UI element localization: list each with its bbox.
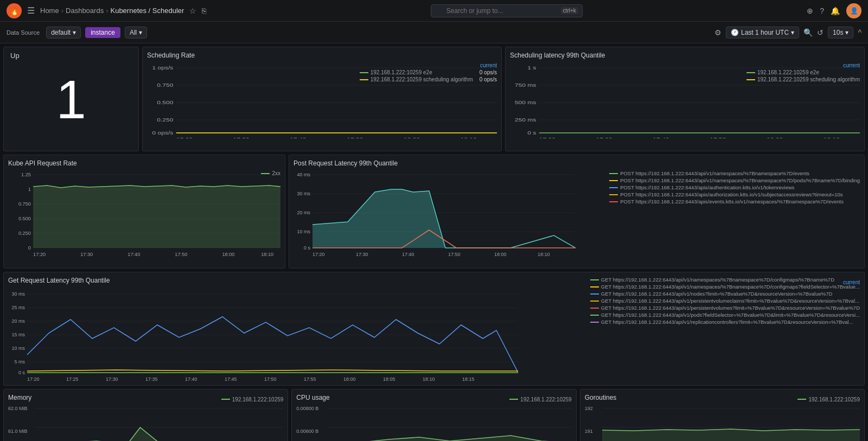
svg-text:0 s: 0 s xyxy=(304,245,311,251)
get-line-6 xyxy=(590,322,599,323)
cpu-panel: CPU usage 192.168.1.222:10259 0.00800 B … xyxy=(291,389,576,441)
zoom-out-icon[interactable]: 🔍 xyxy=(803,28,813,37)
scheduling-rate-legend-item-0: 192.168.1.222:10259 e2e 0 ops/s xyxy=(360,69,497,75)
post-request-chart: 40 ms 30 ms 20 ms 10 ms 0 s 17:20 17:30 … xyxy=(293,170,576,260)
svg-text:18:05: 18:05 xyxy=(383,376,395,382)
svg-text:18:10: 18:10 xyxy=(261,252,273,257)
latency-label-0: 192.168.1.222:10259 e2e xyxy=(757,69,819,75)
get-label-4: GET https://192.168.1.222:6443/api/v1/pe… xyxy=(601,305,860,311)
svg-text:17:50: 17:50 xyxy=(448,252,461,257)
search-container: 🔍 ctrl+k xyxy=(431,4,583,17)
get-legend-6: GET https://192.168.1.222:6443/api/v1/re… xyxy=(590,319,860,325)
svg-text:17:40: 17:40 xyxy=(185,376,197,382)
svg-text:17:30: 17:30 xyxy=(356,252,368,257)
latency-line-0 xyxy=(746,72,755,73)
breadcrumb-home[interactable]: Home xyxy=(40,7,59,15)
scheduling-rate-legend: current 192.168.1.222:10259 e2e 0 ops/s … xyxy=(360,62,497,82)
instance-tab[interactable]: instance xyxy=(85,27,120,38)
svg-text:10 ms: 10 ms xyxy=(11,346,25,351)
get-legend-3: GET https://192.168.1.222:6443/api/v1/pe… xyxy=(590,298,860,304)
time-range-chevron: ▾ xyxy=(791,29,794,36)
goroutines-panel: Goroutines 192.168.1.222:10259 192 191 xyxy=(580,389,865,441)
memory-chart xyxy=(34,406,284,441)
svg-text:17:20: 17:20 xyxy=(33,252,46,257)
svg-text:1 ops/s: 1 ops/s xyxy=(152,65,173,71)
refresh-rate-picker[interactable]: 10s ▾ xyxy=(828,27,853,39)
post-legend-4: POST https://192.168.1.222:6443/apis/eve… xyxy=(609,199,860,204)
post-line-3 xyxy=(609,194,618,195)
get-label-1: GET https://192.168.1.222:6443/api/v1/na… xyxy=(601,284,860,290)
legend-label-1: 192.168.1.222:10259 scheduling algorithm xyxy=(371,76,473,82)
breadcrumb: Home › Dashboards › Kubernetes / Schedul… xyxy=(40,7,184,15)
row2: Kube API Request Rate 2xx 1.25 1 xyxy=(3,155,865,269)
instance-all-value: All xyxy=(130,29,137,36)
get-request-title: Get Request Latency 99th Quantile xyxy=(8,277,110,284)
get-request-chart: 30 ms 25 ms 20 ms 15 ms 10 ms 5 ms 0 s 1… xyxy=(8,290,518,385)
svg-text:18:10: 18:10 xyxy=(423,376,435,382)
post-legend-3: POST https://192.168.1.222:6443/apis/aut… xyxy=(609,191,860,197)
help-icon[interactable]: ? xyxy=(820,7,824,15)
svg-text:0.500: 0.500 xyxy=(18,216,31,221)
svg-text:18:00: 18:00 xyxy=(404,137,420,138)
cpu-chart xyxy=(328,406,572,441)
row1: Up 1 Scheduling Rate current 192.168.1.2… xyxy=(3,47,865,151)
datasource-dropdown[interactable]: default ▾ xyxy=(46,27,81,39)
get-line-3 xyxy=(590,301,599,302)
get-legend-4: GET https://192.168.1.222:6443/api/v1/pe… xyxy=(590,305,860,311)
svg-text:0 ops/s: 0 ops/s xyxy=(152,130,173,136)
svg-marker-97 xyxy=(34,427,284,441)
mem-y-0: 62.0 MiB xyxy=(8,406,32,411)
post-line-1 xyxy=(609,180,618,181)
collapse-icon[interactable]: ^ xyxy=(858,28,861,37)
svg-text:17:40: 17:40 xyxy=(290,137,306,138)
get-label-0: GET https://192.168.1.222:6443/api/v1/na… xyxy=(601,277,834,283)
search-input[interactable] xyxy=(431,4,583,17)
time-range-picker[interactable]: 🕐 Last 1 hour UTC ▾ xyxy=(726,27,799,39)
star-icon[interactable]: ☆ xyxy=(189,7,196,15)
svg-text:17:25: 17:25 xyxy=(66,376,79,382)
post-line-0 xyxy=(609,173,618,174)
post-label-2: POST https://192.168.1.222:6443/apis/aut… xyxy=(620,184,794,190)
breadcrumb-dashboards[interactable]: Dashboards xyxy=(66,7,104,15)
up-value: 1 xyxy=(56,72,86,126)
navbar-right: ⚙ 🕐 Last 1 hour UTC ▾ 🔍 ↺ 10s ▾ ^ xyxy=(714,27,861,39)
svg-text:0.250: 0.250 xyxy=(18,231,31,236)
notification-icon[interactable]: 🔔 xyxy=(831,7,840,15)
latency-current-label: current xyxy=(746,62,860,68)
post-legend-0: POST https://192.168.1.222:6443/api/v1/n… xyxy=(609,170,860,176)
avatar[interactable]: 👤 xyxy=(846,3,861,18)
memory-legend-label: 192.168.1.222:10259 xyxy=(232,397,284,402)
goroutines-legend-label: 192.168.1.222:10259 xyxy=(808,397,860,402)
svg-marker-44 xyxy=(33,186,280,248)
get-line-4 xyxy=(590,308,599,309)
instance-all-dropdown[interactable]: All ▾ xyxy=(125,27,147,39)
svg-text:5 ms: 5 ms xyxy=(14,359,25,365)
goroutines-line xyxy=(797,399,806,400)
kube-legend-0: 2xx xyxy=(261,170,280,176)
svg-text:18:15: 18:15 xyxy=(462,376,475,382)
svg-text:20 ms: 20 ms xyxy=(297,210,310,215)
memory-title: Memory xyxy=(8,394,31,401)
svg-text:17:20: 17:20 xyxy=(539,137,556,138)
svg-text:18:10: 18:10 xyxy=(461,137,477,138)
svg-text:1: 1 xyxy=(28,187,31,192)
dashboard-settings-icon[interactable]: ⚙ xyxy=(714,28,722,37)
svg-text:0: 0 xyxy=(28,245,31,251)
post-label-0: POST https://192.168.1.222:6443/api/v1/n… xyxy=(620,170,809,176)
svg-text:30 ms: 30 ms xyxy=(297,191,310,196)
share-icon[interactable]: ⎘ xyxy=(202,7,206,15)
kube-api-panel: Kube API Request Rate 2xx 1.25 1 xyxy=(3,155,285,269)
hamburger-menu[interactable]: ☰ xyxy=(27,5,35,16)
goroutines-title: Goroutines xyxy=(585,394,617,401)
navbar: Data Source default ▾ instance All ▾ ⚙ 🕐… xyxy=(0,22,868,43)
datasource-value: default xyxy=(51,29,71,36)
post-label-3: POST https://192.168.1.222:6443/apis/aut… xyxy=(620,191,843,197)
grafana-logo[interactable]: 🔥 xyxy=(7,3,22,18)
add-panel-icon[interactable]: ⊕ xyxy=(807,7,813,15)
svg-text:1.25: 1.25 xyxy=(21,172,31,177)
kube-line-0 xyxy=(261,173,270,174)
svg-text:0.250: 0.250 xyxy=(157,117,173,123)
refresh-icon[interactable]: ↺ xyxy=(817,28,824,37)
topbar: 🔥 ☰ Home › Dashboards › Kubernetes / Sch… xyxy=(0,0,868,22)
svg-text:17:55: 17:55 xyxy=(304,376,316,382)
